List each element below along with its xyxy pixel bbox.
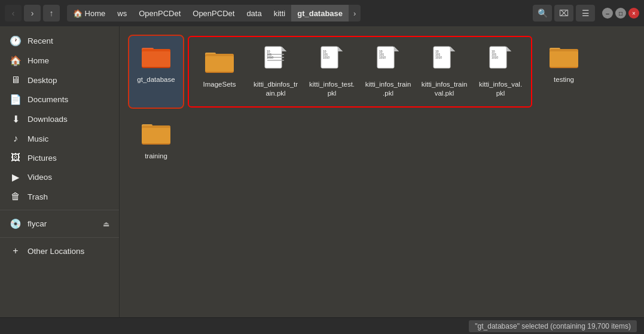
other-locations-icon: + <box>10 246 22 256</box>
minimize-button[interactable]: – <box>602 8 613 19</box>
statusbar-text: "gt_database" selected (containing 19,70… <box>469 320 637 332</box>
breadcrumb-item-data[interactable]: data <box>240 5 267 22</box>
sidebar-label-videos: Videos <box>28 173 52 182</box>
svg-text:1010: 1010 <box>379 56 386 59</box>
sidebar-label-desktop: Desktop <box>28 76 57 85</box>
flycar-icon: 💿 <box>10 218 22 229</box>
sidebar-label-trash: Trash <box>28 192 48 201</box>
pictures-icon: 🖼 <box>10 152 22 163</box>
trash-icon: 🗑 <box>10 191 22 202</box>
svg-text:1010: 1010 <box>435 56 442 59</box>
file-item-imagesets[interactable]: ImageSets <box>193 41 246 103</box>
back-button[interactable]: ‹ <box>5 5 22 22</box>
search-icon: 🔍 <box>538 8 548 18</box>
sidebar-item-flycar[interactable]: 💿flycar⏏ <box>2 215 117 233</box>
sidebar-label-other-locations: Other Locations <box>28 247 84 256</box>
sidebar-item-music[interactable]: ♪Music <box>2 130 117 148</box>
sidebar-item-documents[interactable]: 📄Documents <box>2 90 117 109</box>
breadcrumb: 🏠 HomewsOpenPCDetOpenPCDetdatakittigt_da… <box>67 5 526 22</box>
selection-box: ImageSets 10 101 <box>188 36 532 108</box>
sidebar-label-music: Music <box>28 134 48 143</box>
sidebar-item-desktop[interactable]: 🖥Desktop <box>2 71 117 89</box>
folder-icon-gt-database <box>141 41 172 72</box>
menu-button[interactable]: ☰ <box>576 5 595 22</box>
svg-marker-37 <box>506 47 511 51</box>
doc-icon-kitti-infos-val: 10 101 1010 <box>485 45 516 76</box>
svg-marker-25 <box>394 47 399 51</box>
desktop-icon: 🖥 <box>10 75 22 85</box>
file-item-kitti-infos-test[interactable]: 10 101 1010 kitti_infos_test.pkl <box>305 41 359 103</box>
titlebar: ‹ › ↑ 🏠 HomewsOpenPCDetOpenPCDetdatakitt… <box>0 0 644 26</box>
svg-text:1010: 1010 <box>267 56 273 59</box>
main-area: 🕐Recent🏠Home🖥Desktop📄Documents⬇Downloads… <box>0 26 644 317</box>
close-button[interactable]: × <box>628 8 639 19</box>
sidebar: 🕐Recent🏠Home🖥Desktop📄Documents⬇Downloads… <box>0 26 120 317</box>
file-item-kitti-infos-trainval[interactable]: 10 101 1010 kitti_infos_trainval.pkl <box>417 41 471 103</box>
breadcrumb-item-kitti[interactable]: kitti <box>268 5 292 22</box>
sidebar-divider-2 <box>0 237 119 238</box>
sidebar-label-home: Home <box>28 56 49 65</box>
videos-icon: ▶ <box>10 171 22 183</box>
menu-icon: ☰ <box>582 8 590 18</box>
file-label-kitti-dbinfos: kitti_dbinfos_train.pkl <box>252 80 299 98</box>
file-label-kitti-infos-test: kitti_infos_test.pkl <box>309 80 355 98</box>
breadcrumb-more-button[interactable]: › <box>349 5 361 22</box>
file-label-kitti-infos-trainval: kitti_infos_trainval.pkl <box>421 80 468 98</box>
svg-marker-10 <box>282 47 286 51</box>
file-label-imagesets: ImageSets <box>203 80 236 89</box>
folder-icon-imagesets <box>204 45 235 76</box>
sidebar-item-trash[interactable]: 🗑Trash <box>2 188 117 206</box>
breadcrumb-item-gt_database[interactable]: gt_database <box>291 5 349 22</box>
svg-text:1010: 1010 <box>323 56 329 59</box>
sidebar-label-recent: Recent <box>28 36 53 45</box>
file-label-gt-database: gt_database <box>137 75 175 84</box>
folder-icon-training <box>141 117 172 148</box>
sidebar-item-other-locations[interactable]: +Other Locations <box>2 242 117 260</box>
music-icon: ♪ <box>10 133 22 144</box>
file-item-gt-database[interactable]: gt_database <box>129 36 183 108</box>
svg-rect-48 <box>142 128 170 143</box>
breadcrumb-item-openpcdet2[interactable]: OpenPCDet <box>187 5 240 22</box>
doc-icon-kitti-infos-test: 10 101 1010 <box>316 45 347 76</box>
svg-text:1010: 1010 <box>492 56 498 59</box>
sidebar-divider-1 <box>0 210 119 210</box>
svg-rect-44 <box>550 51 578 67</box>
file-area[interactable]: gt_database ImageSets <box>120 26 644 317</box>
file-item-training[interactable]: training <box>129 112 183 166</box>
sidebar-label-pictures: Pictures <box>28 154 57 163</box>
file-label-kitti-infos-train: kitti_infos_train.pkl <box>365 80 411 98</box>
doc-icon-kitti-infos-trainval: 10 101 1010 <box>429 45 460 76</box>
search-button[interactable]: 🔍 <box>533 5 552 22</box>
folder-icon-testing <box>548 41 579 72</box>
window-controls: – □ × <box>602 8 639 19</box>
sidebar-item-videos[interactable]: ▶Videos <box>2 168 117 186</box>
file-label-testing: testing <box>554 75 574 84</box>
breadcrumb-item-home[interactable]: 🏠 Home <box>67 5 111 22</box>
file-grid: gt_database ImageSets <box>129 36 634 166</box>
file-item-kitti-dbinfos[interactable]: 10 101 1010 kitti_dbinfos_train.pkl <box>249 41 303 103</box>
sidebar-item-recent[interactable]: 🕐Recent <box>2 32 117 50</box>
sidebar-item-downloads[interactable]: ⬇Downloads <box>2 110 117 128</box>
sidebar-label-downloads: Downloads <box>28 115 68 124</box>
sidebar-item-pictures[interactable]: 🖼Pictures <box>2 149 117 167</box>
breadcrumb-item-ws[interactable]: ws <box>111 5 133 22</box>
file-item-kitti-infos-train[interactable]: 10 101 1010 kitti_infos_train.pkl <box>361 41 415 103</box>
file-item-kitti-infos-val[interactable]: 10 101 1010 kitti_infos_val.pkl <box>474 41 527 103</box>
breadcrumb-item-openpcdet1[interactable]: OpenPCDet <box>133 5 187 22</box>
eject-icon-flycar[interactable]: ⏏ <box>103 220 109 228</box>
maximize-button[interactable]: □ <box>615 8 626 19</box>
svg-marker-19 <box>338 47 343 51</box>
svg-rect-7 <box>205 56 234 72</box>
doc-icon-kitti-infos-train: 10 101 1010 <box>373 45 404 76</box>
svg-marker-31 <box>450 47 455 51</box>
view-toggle-button[interactable]: ⌧ <box>554 5 573 22</box>
sidebar-label-documents: Documents <box>28 95 68 104</box>
file-item-testing[interactable]: testing <box>537 36 591 108</box>
downloads-icon: ⬇ <box>10 114 22 125</box>
file-label-training: training <box>145 152 167 161</box>
file-label-kitti-infos-val: kitti_infos_val.pkl <box>477 80 524 98</box>
sidebar-item-home[interactable]: 🏠Home <box>2 51 117 70</box>
titlebar-actions: 🔍 ⌧ ☰ <box>533 5 595 22</box>
forward-button[interactable]: › <box>24 5 41 22</box>
up-button[interactable]: ↑ <box>43 5 60 22</box>
